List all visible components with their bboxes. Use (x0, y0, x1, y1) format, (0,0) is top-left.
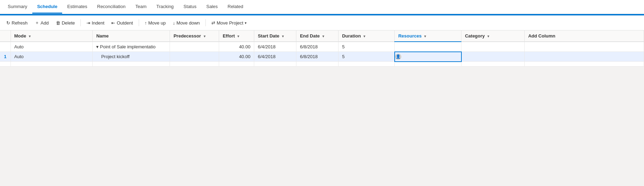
move-down-label: Move down (177, 20, 200, 26)
tab-schedule[interactable]: Schedule (32, 0, 63, 14)
move-down-button[interactable]: ↓ Move down (170, 19, 203, 27)
mode-sort-icon: ▾ (29, 34, 31, 38)
col-header-name[interactable]: Name (93, 30, 170, 42)
tab-tracking[interactable]: Tracking (151, 0, 178, 14)
end-date-sort-icon: ▾ (322, 34, 324, 38)
move-project-button[interactable]: ⇄ Move Project ▾ (209, 19, 249, 27)
add-button[interactable]: ＋ Add (32, 18, 52, 27)
schedule-table-container: Mode ▾ Name Predecessor ▾ Effort ▾ Start… (0, 30, 644, 67)
nav-tabs: Summary Schedule Estimates Reconciliatio… (0, 0, 644, 14)
empty-end (296, 62, 339, 67)
predecessor-sort-icon: ▾ (204, 34, 205, 38)
row-category-0 (461, 42, 525, 52)
move-project-chevron-icon: ▾ (245, 21, 247, 25)
move-project-icon: ⇄ (211, 20, 215, 26)
row-resources-0 (395, 42, 461, 52)
outdent-icon: ⇤ (111, 20, 115, 26)
move-project-label: Move Project (217, 20, 243, 26)
row-num-cell-0 (0, 42, 11, 52)
tab-team[interactable]: Team (130, 0, 151, 14)
toolbar-separator-2 (139, 19, 139, 26)
resources-sort-icon: ▾ (424, 34, 426, 38)
toolbar: ↻ Refresh ＋ Add 🗑 Delete ⇥ Indent ⇤ Outd… (0, 15, 644, 30)
empty-effort (219, 62, 254, 67)
col-header-category[interactable]: Category ▾ (461, 30, 525, 42)
empty-row-num (0, 62, 11, 67)
table-header-row: Mode ▾ Name Predecessor ▾ Effort ▾ Start… (0, 30, 644, 42)
col-header-predecessor[interactable]: Predecessor ▾ (170, 30, 219, 42)
add-label: Add (41, 20, 49, 26)
tab-estimates[interactable]: Estimates (62, 0, 92, 14)
row-number-1: 1 (4, 54, 6, 59)
refresh-label: Refresh (12, 20, 28, 26)
row-num-cell-1: 1 (0, 52, 11, 62)
person-icon-1: 👤 (395, 54, 401, 60)
row-end-date-0: 6/8/2018 (296, 42, 339, 52)
row-predecessor-0 (170, 42, 219, 52)
row-add-col-0 (525, 42, 644, 52)
start-date-sort-icon: ▾ (282, 34, 284, 38)
table-row-empty (0, 62, 644, 67)
tab-sales[interactable]: Sales (201, 0, 223, 14)
col-header-add-column[interactable]: Add Column (525, 30, 644, 42)
col-header-mode[interactable]: Mode ▾ (11, 30, 93, 42)
row-resources-1[interactable]: 👤 (395, 52, 461, 62)
row-category-1 (461, 52, 525, 62)
empty-add-col (525, 62, 644, 67)
resource-cell-1: 👤 (395, 54, 461, 60)
move-up-icon: ↑ (145, 20, 147, 26)
empty-predecessor (170, 62, 219, 67)
indent-icon: ⇥ (86, 20, 90, 26)
delete-icon: 🗑 (56, 20, 60, 26)
row-mode-1: Auto (11, 52, 93, 62)
empty-name (93, 62, 170, 67)
outdent-button[interactable]: ⇤ Outdent (109, 19, 136, 27)
add-icon: ＋ (35, 20, 39, 26)
delete-label: Delete (62, 20, 75, 26)
toolbar-separator-1 (80, 19, 81, 26)
move-up-label: Move up (148, 20, 166, 26)
row-predecessor-1 (170, 52, 219, 62)
tab-reconciliation[interactable]: Reconciliation (92, 0, 131, 14)
outdent-label: Outdent (117, 20, 133, 26)
empty-resources (395, 62, 461, 67)
table-row[interactable]: Auto ▾ Point of Sale implementatio 40.00… (0, 42, 644, 52)
col-header-resources[interactable]: Resources ▾ (395, 30, 461, 42)
indent-label: Indent (92, 20, 104, 26)
duration-sort-icon: ▾ (363, 34, 365, 38)
tab-related[interactable]: Related (223, 0, 248, 14)
empty-start (254, 62, 296, 67)
effort-sort-icon: ▾ (237, 34, 239, 38)
toolbar-separator-3 (205, 19, 206, 26)
indent-button[interactable]: ⇥ Indent (84, 19, 107, 27)
table-row[interactable]: 1 Auto Project kickoff 40.00 6/4/2018 6/… (0, 52, 644, 62)
empty-category (461, 62, 525, 67)
row-name-1: Project kickoff (93, 52, 170, 62)
tab-status[interactable]: Status (179, 0, 202, 14)
col-header-effort[interactable]: Effort ▾ (219, 30, 254, 42)
move-down-icon: ↓ (173, 20, 175, 26)
category-sort-icon: ▾ (487, 34, 489, 38)
refresh-button[interactable]: ↻ Refresh (4, 19, 31, 27)
delete-button[interactable]: 🗑 Delete (53, 19, 78, 27)
row-name-0: ▾ Point of Sale implementatio (93, 42, 170, 52)
row-add-col-1 (525, 52, 644, 62)
refresh-icon: ↻ (6, 20, 10, 26)
row-start-date-0: 6/4/2018 (254, 42, 296, 52)
row-end-date-1: 6/8/2018 (296, 52, 339, 62)
empty-mode (11, 62, 93, 67)
row-mode-0: Auto (11, 42, 93, 52)
row-duration-0: 5 (339, 42, 395, 52)
row-effort-1: 40.00 (219, 52, 254, 62)
col-header-duration[interactable]: Duration ▾ (339, 30, 395, 42)
move-up-button[interactable]: ↑ Move up (142, 19, 169, 27)
schedule-table: Mode ▾ Name Predecessor ▾ Effort ▾ Start… (0, 30, 644, 67)
col-header-end-date[interactable]: End Date ▾ (296, 30, 339, 42)
row-start-date-1: 6/4/2018 (254, 52, 296, 62)
row-effort-0: 40.00 (219, 42, 254, 52)
row-duration-1: 5 (339, 52, 395, 62)
col-header-start-date[interactable]: Start Date ▾ (254, 30, 296, 42)
col-header-row-num (0, 30, 11, 42)
tab-summary[interactable]: Summary (3, 0, 32, 14)
empty-duration (339, 62, 395, 67)
